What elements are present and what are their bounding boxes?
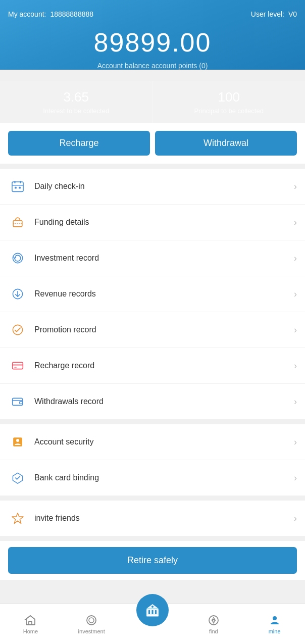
diamond-check-icon xyxy=(8,468,27,487)
user-level-value: V0 xyxy=(288,10,297,18)
home-icon xyxy=(24,614,36,626)
principal-value: 100 xyxy=(157,89,301,105)
nav-home[interactable]: Home xyxy=(0,604,61,644)
daily-checkin-label: Daily check-in xyxy=(34,182,294,191)
chart-check-icon xyxy=(8,320,27,339)
svg-rect-27 xyxy=(151,610,153,614)
svg-marker-32 xyxy=(212,617,215,620)
svg-marker-20 xyxy=(12,513,23,524)
menu-item-account-security[interactable]: Account security › xyxy=(0,424,305,460)
balance-label: Account balance account points (0) xyxy=(8,62,297,70)
account-row: My account: 18888888888 User level: V0 xyxy=(8,10,297,18)
svg-rect-5 xyxy=(19,187,21,189)
person-icon xyxy=(269,614,281,626)
interest-value: 3.65 xyxy=(4,89,148,105)
header-section: My account: 18888888888 User level: V0 8… xyxy=(0,0,305,70)
svg-rect-12 xyxy=(13,362,23,369)
funding-details-label: Funding details xyxy=(34,218,294,227)
nav-bank[interactable] xyxy=(122,604,183,644)
retire-safely-button[interactable]: Retire safely xyxy=(8,547,297,574)
promotion-record-label: Promotion record xyxy=(34,325,294,334)
svg-point-23 xyxy=(89,618,94,623)
svg-rect-21 xyxy=(29,621,32,625)
menu-item-invite-friends[interactable]: invite friends › xyxy=(0,501,305,536)
withdrawals-record-label: Withdrawals record xyxy=(34,397,294,406)
menu-item-funding-details[interactable]: Funding details › xyxy=(0,205,305,240)
bank-center-circle xyxy=(136,594,169,626)
bank-icon xyxy=(144,602,161,619)
svg-marker-33 xyxy=(212,620,215,623)
user-level-info: User level: V0 xyxy=(251,10,297,18)
menu-group-2: Account security › Bank card binding › xyxy=(0,424,305,496)
account-info: My account: 18888888888 xyxy=(8,10,93,18)
refresh-circle-icon xyxy=(8,249,27,268)
star-icon xyxy=(8,509,27,528)
nav-home-label: Home xyxy=(23,628,38,634)
menu-item-daily-checkin[interactable]: Daily check-in › xyxy=(0,169,305,205)
bank-card-binding-label: Bank card binding xyxy=(34,473,294,482)
menu-item-recharge-record[interactable]: Recharge record › xyxy=(0,348,305,384)
photo-shield-icon xyxy=(8,432,27,452)
bag-icon xyxy=(8,213,27,232)
download-circle-icon xyxy=(8,284,27,304)
recharge-record-label: Recharge record xyxy=(34,361,294,370)
chevron-icon-recharge: › xyxy=(294,361,297,371)
menu-item-withdrawals-record[interactable]: Withdrawals record › xyxy=(0,384,305,419)
withdrawal-button[interactable]: Withdrawal xyxy=(155,131,297,156)
svg-rect-29 xyxy=(146,615,159,617)
investment-record-label: Investment record xyxy=(34,254,294,263)
bottom-nav: Home investment find xyxy=(0,604,305,644)
svg-point-11 xyxy=(13,325,22,334)
menu-item-bank-card-binding[interactable]: Bank card binding › xyxy=(0,460,305,496)
invite-friends-label: invite friends xyxy=(34,514,294,523)
svg-rect-0 xyxy=(12,182,23,191)
nav-investment-label: investment xyxy=(78,628,105,634)
svg-rect-1 xyxy=(14,181,15,183)
menu-item-promotion-record[interactable]: Promotion record › xyxy=(0,312,305,348)
svg-point-18 xyxy=(16,439,19,442)
svg-rect-2 xyxy=(20,181,21,183)
chevron-icon-funding: › xyxy=(294,217,297,228)
chevron-icon-revenue: › xyxy=(294,289,297,300)
svg-rect-28 xyxy=(155,610,157,614)
nav-investment[interactable]: investment xyxy=(61,604,122,644)
nav-mine-label: mine xyxy=(269,628,281,634)
chevron-icon-withdrawals: › xyxy=(294,397,297,407)
interest-label: Interest to be collected xyxy=(4,107,148,115)
chevron-icon-security: › xyxy=(294,437,297,448)
chevron-icon-investment: › xyxy=(294,253,297,264)
nav-find[interactable]: find xyxy=(183,604,244,644)
svg-rect-14 xyxy=(14,367,16,368)
svg-point-22 xyxy=(87,616,96,625)
menu-item-revenue-records[interactable]: Revenue records › xyxy=(0,276,305,312)
balance-amount: 89899.00 xyxy=(8,27,297,58)
wallet-icon xyxy=(8,392,27,411)
action-buttons: Recharge Withdrawal xyxy=(0,123,305,164)
user-level-label: User level: xyxy=(251,10,284,18)
chevron-icon-bank: › xyxy=(294,473,297,483)
compass-icon xyxy=(208,614,220,626)
principal-label: Principal to be collected xyxy=(157,107,301,115)
retire-section: Retire safely xyxy=(0,541,305,580)
stats-row: 3.65 Interest to be collected 100 Princi… xyxy=(0,81,305,123)
calendar-icon xyxy=(8,177,27,196)
recharge-button[interactable]: Recharge xyxy=(8,131,150,156)
svg-rect-26 xyxy=(148,610,150,614)
account-label: My account: xyxy=(8,10,46,18)
chevron-icon-invite: › xyxy=(294,513,297,524)
account-security-label: Account security xyxy=(34,437,294,447)
menu-group-3: invite friends › xyxy=(0,501,305,536)
menu-group-1: Daily check-in › Funding details › Inves… xyxy=(0,169,305,419)
card-icon xyxy=(8,356,27,375)
svg-rect-4 xyxy=(15,187,17,189)
menu-item-investment-record[interactable]: Investment record › xyxy=(0,240,305,276)
revenue-records-label: Revenue records xyxy=(34,289,294,299)
circle-coin-icon xyxy=(85,614,97,626)
svg-rect-16 xyxy=(20,402,23,404)
chevron-icon-daily: › xyxy=(294,181,297,192)
chevron-icon-promotion: › xyxy=(294,325,297,335)
interest-stat: 3.65 Interest to be collected xyxy=(0,81,153,123)
nav-mine[interactable]: mine xyxy=(244,604,305,644)
account-number: 18888888888 xyxy=(50,10,93,18)
principal-stat: 100 Principal to be collected xyxy=(153,81,306,123)
